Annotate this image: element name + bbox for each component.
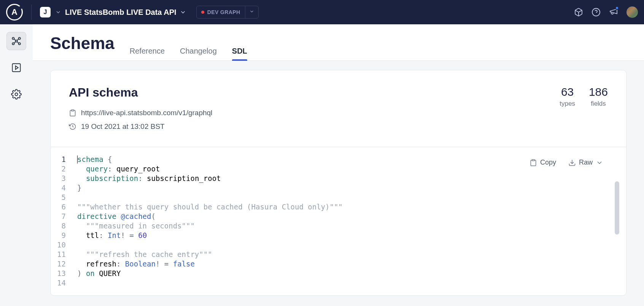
schema-title: API schema (69, 86, 212, 100)
code-editor[interactable]: 1234567891011121314 schema { query: quer… (51, 155, 608, 288)
avatar[interactable] (627, 6, 638, 18)
timestamp-row: 19 Oct 2021 at 13:02 BST (69, 122, 212, 131)
graph-name[interactable]: LIVE StatsBomb LIVE Data API (65, 8, 177, 17)
org-badge[interactable]: J (40, 7, 51, 17)
chevron-down-icon (596, 159, 603, 166)
svg-rect-16 (532, 159, 535, 160)
tabs: Reference Changelog SDL (130, 41, 247, 60)
endpoint-url: https://live-api.statsbomb.com/v1/graphq… (81, 109, 212, 117)
status-dot-icon (201, 11, 204, 14)
cube-icon[interactable] (574, 8, 583, 17)
raw-button[interactable]: Raw (568, 159, 603, 166)
sidebar-schema-button[interactable] (6, 32, 26, 50)
page-header: Schema Reference Changelog SDL (33, 24, 644, 61)
play-square-icon (11, 62, 22, 73)
graph-chevron-down-icon[interactable] (180, 9, 186, 16)
env-selector[interactable]: DEV GRAPH (196, 6, 259, 19)
help-icon[interactable] (592, 8, 601, 17)
code-panel: Copy Raw 1234567891011121314 schema { qu… (51, 147, 626, 295)
page-title: Schema (50, 34, 114, 53)
clipboard-icon (530, 159, 537, 166)
svg-rect-15 (72, 110, 74, 111)
types-count: 63 (560, 86, 575, 98)
graph-icon (11, 36, 22, 46)
env-chevron-down-icon[interactable] (245, 6, 258, 18)
copy-button[interactable]: Copy (530, 159, 556, 166)
svg-line-10 (14, 42, 16, 43)
schema-card: API schema https://live-api.statsbomb.co… (50, 70, 627, 296)
line-gutter: 1234567891011121314 (51, 155, 77, 288)
divider (31, 5, 32, 20)
svg-line-9 (17, 39, 19, 40)
clipboard-icon[interactable] (69, 109, 76, 117)
announcements-button[interactable] (609, 7, 618, 17)
tab-sdl[interactable]: SDL (232, 41, 247, 60)
fields-label: fields (589, 100, 608, 108)
tab-changelog[interactable]: Changelog (180, 41, 217, 60)
cursor (77, 155, 78, 163)
download-icon (568, 159, 576, 166)
svg-point-1 (592, 8, 600, 16)
svg-line-8 (14, 39, 16, 40)
env-label: DEV GRAPH (207, 9, 240, 15)
apollo-logo[interactable]: A (6, 4, 23, 21)
fields-count: 186 (589, 86, 608, 98)
scrollbar[interactable] (615, 181, 619, 235)
endpoint-row: https://live-api.statsbomb.com/v1/graphq… (69, 109, 212, 117)
svg-rect-12 (13, 64, 21, 72)
schema-stats: 63 types 186 fields (560, 86, 608, 108)
notification-dot (615, 6, 619, 10)
types-label: types (560, 100, 575, 108)
tab-reference[interactable]: Reference (130, 41, 165, 60)
code-content[interactable]: schema { query: query_root subscription:… (77, 155, 608, 288)
svg-line-11 (17, 42, 19, 43)
sidebar (0, 24, 33, 306)
org-chevron-down-icon[interactable] (55, 9, 61, 15)
gear-icon (11, 89, 22, 100)
svg-point-14 (15, 93, 18, 96)
timestamp: 19 Oct 2021 at 13:02 BST (81, 122, 165, 131)
history-icon (69, 123, 76, 130)
top-nav: A J LIVE StatsBomb LIVE Data API DEV GRA… (0, 0, 644, 24)
sidebar-settings-button[interactable] (6, 85, 26, 103)
sidebar-explorer-button[interactable] (6, 59, 26, 77)
svg-marker-13 (16, 66, 18, 69)
svg-point-7 (15, 40, 17, 42)
